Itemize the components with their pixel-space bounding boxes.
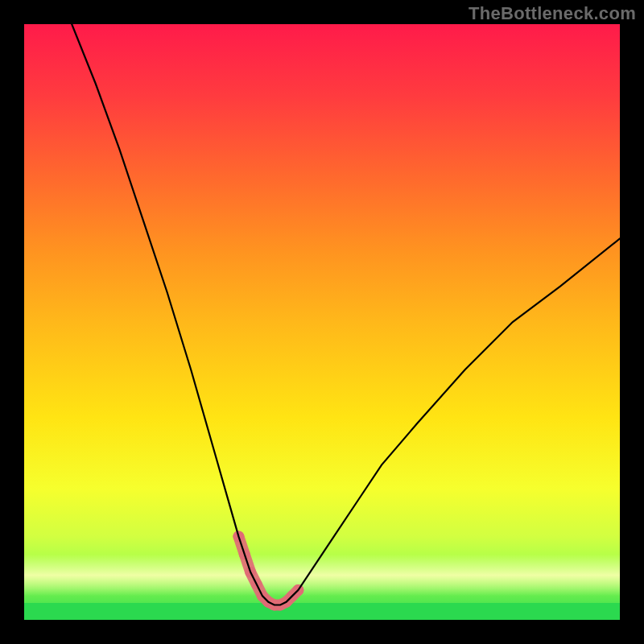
chart-frame: TheBottleneck.com — [0, 0, 644, 644]
watermark-text: TheBottleneck.com — [469, 3, 636, 24]
bottleneck-curve — [72, 24, 620, 605]
plot-area — [24, 24, 620, 620]
curve-svg — [24, 24, 620, 620]
